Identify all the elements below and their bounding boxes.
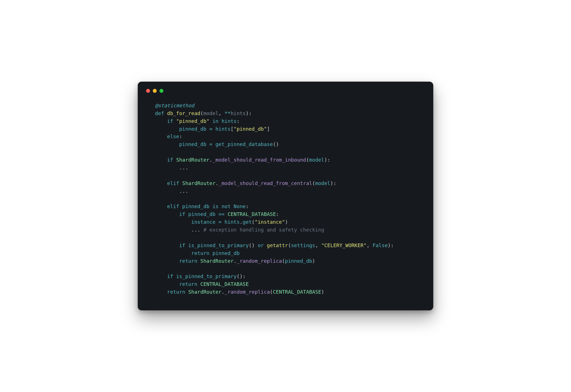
punct-rparen: ) [330,180,333,186]
call-get-pinned-database: get_pinned_database [216,141,273,147]
const-none: None [234,203,246,209]
id-pinned-db: pinned_db [212,250,240,256]
punct-lparen: ( [252,219,255,225]
punct-lparen: ( [200,110,204,116]
punct-rbrack: ] [267,126,270,132]
bi-getattr: getattr [267,242,288,248]
kw-else: else [167,133,179,139]
decorator: @staticmethod [155,103,194,108]
minimize-icon[interactable] [153,89,157,93]
punct-lparen: ( [306,157,309,163]
op-eq: = [209,141,212,147]
kw-if: if [179,242,185,248]
punct-colon: : [179,133,182,139]
punct-colon: : [327,157,330,163]
star-star: ** [224,110,231,116]
id-pinned-db: pinned_db [179,141,207,147]
mbr-random-replica: _random_replica [237,258,282,264]
punct-lbrack: [ [231,126,234,132]
id-hints: hints [216,126,231,132]
ellipsis: ... [179,188,188,194]
punct-rparen: ) [388,242,391,248]
kw-if: if [179,211,185,217]
att-get: get [243,219,252,225]
kw-is: is [212,203,219,209]
comment-safety: # exception handling and safety checking [203,227,324,233]
punct-dot: . [216,180,219,186]
punct-dot: . [221,289,224,295]
punct-rparen: ) [324,157,327,163]
kw-return: return [167,289,185,295]
param-model: model [203,110,218,116]
kw-def: def [155,110,164,116]
id-model: model [309,157,324,163]
punct-lparen: ( [237,273,240,279]
param-hints: hints [231,110,246,116]
kw-if: if [167,118,173,124]
punct-colon: : [237,118,240,124]
punct-dot: . [239,219,243,225]
punct-colon: : [333,180,336,186]
punct-colon: : [391,242,394,248]
punct-lparen: ( [312,180,315,186]
code-block: @staticmethod def db_for_read(model, **h… [145,102,426,296]
punct-lparen: ( [282,258,285,264]
punct-dot: . [234,258,237,264]
window-titlebar [145,88,426,102]
str-pinned-db: "pinned_db" [234,126,267,132]
gbl-central-db: CENTRAL_DATABASE [273,289,321,295]
mbr-random-replica: _random_replica [224,289,270,295]
punct-rparen: ) [239,273,243,279]
id-model: model [315,180,330,186]
close-icon[interactable] [146,89,150,93]
cls-shardrouter: ShardRouter [182,180,216,186]
id-pinned-db: pinned_db [188,211,216,217]
id-hints: hints [221,118,236,124]
call-is-pinned-to-primary: is_pinned_to_primary [188,242,249,248]
cls-shardrouter: ShardRouter [200,258,234,264]
op-eqeq: == [219,211,225,217]
punct-rparen: ) [321,289,324,295]
id-hints: hints [224,219,239,225]
punct-rparen: ) [246,110,249,116]
id-pinned-db: pinned_db [285,258,312,264]
punct-comma: , [219,110,222,116]
zoom-icon[interactable] [159,89,163,93]
func-name: db_for_read [167,110,200,116]
punct-rparen: ) [312,258,315,264]
kw-elif: elif [167,203,179,209]
kw-elif: elif [167,180,179,186]
id-pinned-db: pinned_db [179,126,207,132]
call-is-pinned-to-primary: is_pinned_to_primary [176,273,237,279]
punct-comma: , [315,242,318,248]
str-instance: "instance" [255,219,285,225]
punct-colon: : [246,203,249,209]
op-eq: = [209,126,212,132]
id-settings: settings [291,242,315,248]
kw-in: in [212,118,219,124]
const-false: False [372,242,388,248]
punct-lparen: ( [288,242,291,248]
ellipsis: ... [191,227,200,233]
op-eq: = [219,219,222,225]
punct-rparen: ) [276,141,279,147]
str-celery: "CELERY_WORKER" [321,242,367,248]
code-window: @staticmethod def db_for_read(model, **h… [138,82,433,310]
kw-not: not [221,203,231,209]
mbr-inbound: _model_should_read_from_inbound [212,157,306,163]
ellipsis: ... [179,165,188,171]
cls-shardrouter: ShardRouter [176,157,209,163]
punct-rparen: ) [252,242,255,248]
gbl-central-db: CENTRAL_DATABASE [200,281,249,287]
id-pinned-db: pinned_db [182,203,210,209]
punct-colon: : [276,211,279,217]
punct-colon: : [249,110,252,116]
kw-or: or [258,242,264,248]
id-instance: instance [191,219,216,225]
kw-return: return [179,281,197,287]
punct-dot: . [209,157,212,163]
mbr-central: _model_should_read_from_central [219,180,312,186]
kw-return: return [179,258,197,264]
cls-shardrouter: ShardRouter [188,289,221,295]
kw-return: return [191,250,209,256]
